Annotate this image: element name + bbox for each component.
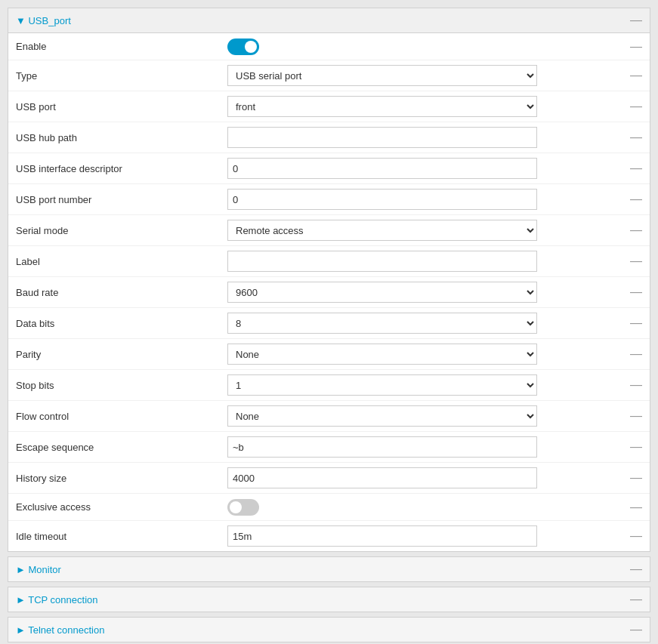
field-control-idle_timeout [227, 525, 619, 547]
field-row-usb_port: USB portfront— [8, 91, 650, 122]
field-row-data_bits: Data bits8— [8, 308, 650, 339]
field-label-serial_mode: Serial mode [16, 225, 227, 236]
input-usb_interface_descriptor[interactable] [227, 158, 537, 179]
field-label-parity: Parity [16, 349, 227, 360]
usb-port-header[interactable]: ▼ USB_port — [8, 8, 650, 33]
input-label[interactable] [227, 251, 537, 272]
field-row-history_size: History size— [8, 463, 650, 494]
tcp-connection-section: ► TCP connection — [8, 587, 650, 612]
field-menu-usb_port_number[interactable]: — [619, 193, 642, 206]
field-label-usb_interface_descriptor: USB interface descriptor [16, 163, 227, 174]
field-menu-idle_timeout[interactable]: — [619, 529, 642, 543]
input-idle_timeout[interactable] [227, 525, 537, 547]
field-label-history_size: History size [16, 473, 227, 484]
field-control-baud_rate: 9600 [227, 282, 619, 303]
field-menu-usb_hub_path[interactable]: — [619, 131, 642, 144]
field-label-usb_port_number: USB port number [16, 194, 227, 205]
field-control-usb_port: front [227, 96, 619, 117]
field-control-history_size [227, 467, 619, 488]
field-control-data_bits: 8 [227, 313, 619, 334]
field-row-escape_sequence: Escape sequence— [8, 432, 650, 463]
field-row-usb_hub_path: USB hub path— [8, 122, 650, 153]
telnet-connection-header[interactable]: ► Telnet connection — [8, 618, 650, 642]
input-usb_port_number[interactable] [227, 189, 537, 210]
field-menu-parity[interactable]: — [619, 347, 642, 361]
field-control-enable [227, 39, 619, 55]
field-row-usb_port_number: USB port number— [8, 184, 650, 215]
select-type[interactable]: USB serial port [227, 65, 537, 86]
tcp-connection-header[interactable]: ► TCP connection — [8, 587, 650, 612]
field-menu-usb_interface_descriptor[interactable]: — [619, 162, 642, 175]
field-control-stop_bits: 1 [227, 374, 619, 396]
field-control-label [227, 251, 619, 272]
field-label-usb_hub_path: USB hub path [16, 132, 227, 143]
field-label-enable: Enable [16, 41, 227, 52]
usb-port-section: ▼ USB_port — Enable—TypeUSB serial port—… [8, 8, 650, 552]
input-history_size[interactable] [227, 467, 537, 488]
usb-port-menu-icon[interactable]: — [630, 14, 642, 27]
field-menu-exclusive_access[interactable]: — [619, 501, 642, 514]
field-menu-data_bits[interactable]: — [619, 316, 642, 330]
field-label-data_bits: Data bits [16, 318, 227, 329]
field-row-usb_interface_descriptor: USB interface descriptor— [8, 153, 650, 184]
monitor-menu-icon[interactable]: — [630, 562, 642, 576]
usb-port-title: ▼ USB_port [16, 15, 71, 26]
select-parity[interactable]: None [227, 344, 537, 365]
field-control-serial_mode: Remote access [227, 220, 619, 241]
field-label-type: Type [16, 70, 227, 82]
field-label-usb_port: USB port [16, 101, 227, 112]
field-menu-type[interactable]: — [619, 69, 642, 82]
field-row-baud_rate: Baud rate9600— [8, 277, 650, 308]
field-menu-usb_port[interactable]: — [619, 100, 642, 113]
field-label-baud_rate: Baud rate [16, 287, 227, 298]
field-label-label: Label [16, 256, 227, 267]
field-menu-escape_sequence[interactable]: — [619, 440, 642, 454]
field-menu-flow_control[interactable]: — [619, 409, 642, 423]
field-control-usb_hub_path [227, 127, 619, 148]
select-serial_mode[interactable]: Remote access [227, 220, 537, 241]
field-menu-label[interactable]: — [619, 254, 642, 268]
select-baud_rate[interactable]: 9600 [227, 282, 537, 303]
monitor-title: ► Monitor [16, 564, 61, 575]
field-menu-history_size[interactable]: — [619, 471, 642, 485]
field-control-type: USB serial port [227, 65, 619, 86]
field-label-escape_sequence: Escape sequence [16, 442, 227, 453]
field-label-exclusive_access: Exclusive access [16, 501, 227, 513]
tcp-connection-menu-icon[interactable]: — [630, 593, 642, 606]
field-row-exclusive_access: Exclusive access— [8, 494, 650, 521]
toggle-exclusive_access[interactable] [227, 499, 259, 516]
telnet-connection-section: ► Telnet connection — [8, 617, 650, 642]
toggle-enable[interactable] [227, 39, 259, 55]
input-usb_hub_path[interactable] [227, 127, 537, 148]
usb-port-body: Enable—TypeUSB serial port—USB portfront… [8, 33, 650, 551]
toggle-slider-enable [227, 39, 259, 55]
field-menu-enable[interactable]: — [619, 40, 642, 54]
input-escape_sequence[interactable] [227, 436, 537, 458]
field-menu-baud_rate[interactable]: — [619, 285, 642, 299]
tcp-connection-title: ► TCP connection [16, 594, 98, 605]
field-row-enable: Enable— [8, 33, 650, 60]
field-row-label: Label— [8, 246, 650, 277]
field-control-exclusive_access [227, 499, 619, 516]
field-control-usb_interface_descriptor [227, 158, 619, 179]
field-menu-serial_mode[interactable]: — [619, 223, 642, 237]
select-usb_port[interactable]: front [227, 96, 537, 117]
field-row-type: TypeUSB serial port— [8, 60, 650, 91]
telnet-connection-menu-icon[interactable]: — [630, 623, 642, 636]
select-stop_bits[interactable]: 1 [227, 374, 537, 396]
field-control-flow_control: None [227, 405, 619, 427]
field-menu-stop_bits[interactable]: — [619, 378, 642, 392]
field-row-stop_bits: Stop bits1— [8, 370, 650, 401]
telnet-connection-title: ► Telnet connection [16, 624, 104, 636]
monitor-section: ► Monitor — [8, 556, 650, 582]
field-row-idle_timeout: Idle timeout— [8, 521, 650, 551]
select-data_bits[interactable]: 8 [227, 313, 537, 334]
field-control-usb_port_number [227, 189, 619, 210]
field-label-flow_control: Flow control [16, 411, 227, 422]
field-control-parity: None [227, 344, 619, 365]
field-row-parity: ParityNone— [8, 339, 650, 370]
field-control-escape_sequence [227, 436, 619, 458]
field-row-flow_control: Flow controlNone— [8, 401, 650, 432]
monitor-header[interactable]: ► Monitor — [8, 557, 650, 581]
select-flow_control[interactable]: None [227, 405, 537, 427]
